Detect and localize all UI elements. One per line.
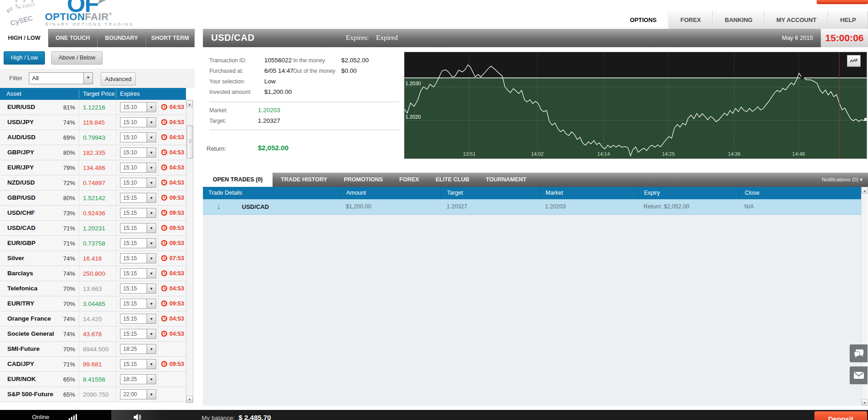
tab-high-low[interactable]: HIGH / LOW — [0, 29, 49, 47]
scroll-up-arrow-icon[interactable]: ▲ — [186, 100, 193, 107]
asset-row-aud-usd[interactable]: AUD/USD69%0.7994315:10▼04:53 — [0, 130, 186, 145]
direction-down-icon: ↓ — [217, 199, 221, 214]
mode-button-above-below[interactable]: Above / Below — [51, 51, 103, 65]
expiry-select[interactable]: 18:25▼ — [120, 344, 156, 354]
expiry-dropdown-arrow-icon[interactable]: ▼ — [147, 360, 156, 369]
filter-select[interactable]: All ▼ — [29, 72, 93, 84]
asset-row-silver[interactable]: Silver74%16.41615:15▼07:53 — [0, 251, 186, 266]
live-chat-button[interactable] — [850, 344, 868, 362]
expiry-dropdown-arrow-icon[interactable]: ▼ — [147, 284, 156, 293]
asset-row-s-p-500-future[interactable]: S&P 500-Future65%2090.75022:00▼ — [0, 387, 186, 402]
asset-row-eur-jpy[interactable]: EUR/JPY79%134.48615:10▼04:53 — [0, 160, 186, 175]
tab-promotions[interactable]: PROMOTIONS — [335, 173, 391, 187]
expiry-select[interactable]: 22:00▼ — [120, 389, 156, 399]
tab-one-touch[interactable]: ONE TOUCH — [49, 29, 97, 47]
expiry-dropdown-arrow-icon[interactable]: ▼ — [147, 299, 156, 308]
expiry-select[interactable]: 15:10▼ — [120, 178, 156, 188]
email-button[interactable] — [850, 366, 868, 384]
chart-type-button[interactable] — [847, 55, 861, 67]
expiry-select[interactable]: 15:15▼ — [120, 329, 156, 339]
expiry-select[interactable]: 15:15▼ — [120, 359, 156, 369]
expiry-select[interactable]: 15:10▼ — [120, 147, 156, 158]
countdown-clock-icon — [161, 360, 168, 367]
expiry-dropdown-arrow-icon[interactable]: ▼ — [147, 193, 156, 202]
expiry-dropdown-arrow-icon[interactable]: ▼ — [147, 329, 156, 338]
expiry-dropdown-arrow-icon[interactable]: ▼ — [147, 375, 156, 384]
asset-row-eur-try[interactable]: EUR/TRY70%3.0448515:15▼09:53 — [0, 296, 186, 311]
trade-row-usd-cad[interactable]: ↓USD/CAD$1,200.001.203271.20203Return: $… — [203, 199, 861, 215]
logo-arrow-icon: ➤ — [96, 0, 107, 6]
asset-row-usd-cad[interactable]: USD/CAD71%1.2023115:15▼09:53 — [0, 221, 186, 236]
top-right-red-banner[interactable] — [817, 0, 868, 4]
asset-row-nzd-usd[interactable]: NZD/USD72%0.7489715:10▼04:53 — [0, 175, 186, 191]
mode-button-high-low[interactable]: High / Low — [4, 51, 45, 65]
expiry-dropdown-arrow-icon[interactable]: ▼ — [147, 390, 156, 399]
expiry-dropdown-arrow-icon[interactable]: ▼ — [147, 163, 156, 172]
asset-row-telefonica[interactable]: Telefonica70%13.66315:15▼04:53 — [0, 281, 186, 296]
expiry-dropdown-arrow-icon[interactable]: ▼ — [147, 178, 156, 187]
expiry-dropdown-arrow-icon[interactable]: ▼ — [147, 269, 156, 278]
filter-dropdown-arrow-icon[interactable]: ▼ — [83, 73, 93, 84]
brand-logo[interactable]: OPTIONFAIR® — [45, 11, 112, 23]
scroll-down-arrow-icon[interactable]: ▼ — [862, 399, 868, 406]
asset-row-usd-chf[interactable]: USD/CHF73%0.9243615:15▼09:53 — [0, 206, 186, 221]
expiry-dropdown-arrow-icon[interactable]: ▼ — [147, 148, 156, 157]
expiry-dropdown-arrow-icon[interactable]: ▼ — [147, 118, 156, 127]
expiry-dropdown-arrow-icon[interactable]: ▼ — [147, 208, 156, 218]
expiry-select[interactable]: 15:15▼ — [120, 253, 156, 263]
expiry-select[interactable]: 15:10▼ — [120, 132, 156, 142]
notifications-dropdown[interactable]: Notifications (0) ▾ — [822, 173, 863, 187]
expiry-select[interactable]: 18:25▼ — [120, 374, 156, 384]
scroll-thumb[interactable] — [187, 125, 193, 158]
expiry-select[interactable]: 15:15▼ — [120, 208, 156, 218]
nav-tab-forex[interactable]: FOREX — [668, 11, 713, 29]
expiry-dropdown-arrow-icon[interactable]: ▼ — [147, 314, 156, 323]
tab-tournament[interactable]: TOURNAMENT — [478, 173, 535, 187]
expiry-select[interactable]: 15:15▼ — [120, 314, 156, 324]
asset-row-usd-jpy[interactable]: USD/JPY74%119.84515:10▼04:53 — [0, 115, 186, 130]
expiry-dropdown-arrow-icon[interactable]: ▼ — [147, 239, 156, 248]
expiry-select[interactable]: 15:10▼ — [120, 163, 156, 173]
asset-row-eur-usd[interactable]: EUR/USD81%1.1221615:10▼04:53 — [0, 100, 186, 115]
deposit-button[interactable]: Deposit — [814, 411, 867, 420]
asset-row-eur-nok[interactable]: EUR/NOK65%8.4155618:25▼ — [0, 372, 186, 387]
nav-tab-options[interactable]: OPTIONS — [618, 11, 669, 29]
expiry-select[interactable]: 15:15▼ — [120, 268, 156, 278]
expiry-select[interactable]: 15:15▼ — [120, 284, 156, 294]
tab-elite-club[interactable]: ELITE CLUB — [427, 173, 478, 187]
expiry-select[interactable]: 15:15▼ — [120, 299, 156, 309]
speaker-icon[interactable] — [133, 414, 142, 420]
asset-list-scrollbar[interactable]: ▲ ▼ — [186, 100, 193, 403]
asset-row-gbp-usd[interactable]: GBP/USD80%1.5214215:15▼09:53 — [0, 191, 186, 206]
nav-tab-help[interactable]: HELP — [828, 11, 868, 29]
tab-trade-history[interactable]: TRADE HISTORY — [273, 173, 335, 187]
expiry-dropdown-arrow-icon[interactable]: ▼ — [147, 133, 156, 142]
expiry-dropdown-arrow-icon[interactable]: ▼ — [147, 254, 156, 263]
tab-forex[interactable]: FOREX — [391, 173, 427, 187]
expiry-dropdown-arrow-icon[interactable]: ▼ — [147, 103, 156, 112]
scroll-up-arrow-icon[interactable]: ▲ — [862, 187, 868, 194]
expiry-dropdown-arrow-icon[interactable]: ▼ — [147, 224, 156, 233]
asset-row-eur-gbp[interactable]: EUR/GBP71%0.7375815:15▼09:53 — [0, 236, 186, 251]
asset-row-orange-france[interactable]: Orange France74%14.42015:15▼04:53 — [0, 311, 186, 327]
asset-row-gbp-jpy[interactable]: GBP/JPY80%182.33515:10▼04:53 — [0, 145, 186, 160]
expiry-select[interactable]: 15:15▼ — [120, 238, 156, 248]
tab-short-term[interactable]: SHORT TERM — [146, 29, 195, 47]
asset-row-barclays[interactable]: Barclays74%250.80015:15▼04:53 — [0, 266, 186, 281]
expiry-dropdown-arrow-icon[interactable]: ▼ — [147, 344, 156, 354]
expiry-select[interactable]: 15:15▼ — [120, 223, 156, 233]
asset-row-smi-future[interactable]: SMI-Future70%8944.50018:25▼ — [0, 342, 186, 357]
nav-tab-banking[interactable]: BANKING — [713, 11, 764, 29]
scroll-down-arrow-icon[interactable]: ▼ — [186, 396, 193, 403]
asset-row-cad-jpy[interactable]: CAD/JPY71%99.68115:15▼09:53 — [0, 357, 186, 372]
nav-tab-my-account[interactable]: MY ACCOUNT — [764, 11, 828, 29]
field-value: 6/05 14:47 — [264, 67, 294, 74]
expiry-select[interactable]: 15:10▼ — [120, 117, 156, 127]
asset-row-societe-general[interactable]: Societe General74%43.67815:15▼04:53 — [0, 327, 186, 342]
expiry-select[interactable]: 15:15▼ — [120, 193, 156, 203]
tab-boundary[interactable]: BOUNDARY — [98, 29, 146, 47]
tab-open-trades-0[interactable]: OPEN TRADES (0) — [203, 173, 273, 187]
advanced-button[interactable]: Advanced — [101, 72, 136, 86]
countdown-text: 09:53 — [169, 225, 184, 231]
expiry-select[interactable]: 15:10▼ — [120, 102, 156, 112]
